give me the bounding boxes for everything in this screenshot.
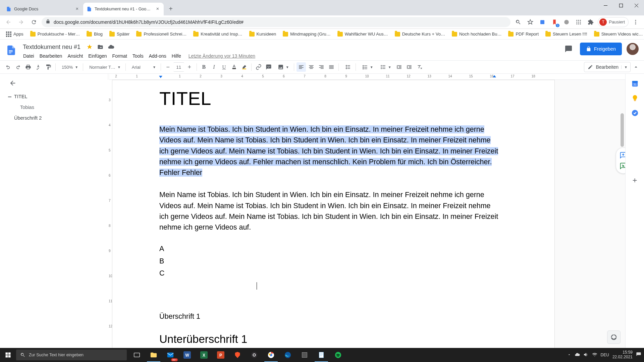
taskbar-app-explorer[interactable]: [146, 348, 162, 362]
list-item[interactable]: A: [159, 243, 501, 255]
zoom-select[interactable]: 150%▼: [58, 62, 80, 72]
explore-button[interactable]: [607, 330, 621, 344]
menu-tools[interactable]: Tools: [130, 52, 146, 60]
add-addon-button[interactable]: +: [628, 174, 642, 187]
insert-link-button[interactable]: [254, 62, 263, 72]
undo-button[interactable]: [3, 62, 13, 72]
comments-button[interactable]: [562, 42, 575, 56]
paragraph[interactable]: Mein Name ist Tobias. Ich bin Student in…: [159, 189, 501, 233]
bookmark-star-icon[interactable]: [525, 17, 535, 27]
document-title-input[interactable]: Textdokument neu #1: [21, 43, 83, 51]
font-size-increase-button[interactable]: +: [185, 62, 194, 72]
menu-ansicht[interactable]: Ansicht: [65, 52, 85, 60]
outline-item[interactable]: Tobias: [8, 102, 103, 113]
tasks-addon-icon[interactable]: [631, 109, 639, 117]
checklist-button[interactable]: ▼: [358, 62, 376, 72]
redo-button[interactable]: [13, 62, 23, 72]
underline-button[interactable]: U: [219, 62, 229, 72]
left-indent-marker[interactable]: [159, 76, 162, 78]
bookmark-item[interactable]: Professionell Schrei…: [133, 29, 189, 39]
bulleted-list-button[interactable]: ▼: [376, 62, 394, 72]
tray-wifi-icon[interactable]: [592, 352, 597, 358]
chrome-menu-button[interactable]: [631, 17, 641, 27]
bold-button[interactable]: B: [199, 62, 209, 72]
insert-image-button[interactable]: ▼: [274, 62, 291, 72]
bookmark-item[interactable]: Deutsche Kurs + Vo…: [392, 29, 448, 39]
extension-icon[interactable]: [537, 17, 547, 27]
nav-forward-button[interactable]: [16, 17, 26, 27]
bookmark-item[interactable]: Kursideen: [247, 29, 279, 39]
paragraph-style-select[interactable]: Normaler T…▼: [86, 62, 123, 72]
taskbar-app-spotify[interactable]: [330, 348, 346, 362]
profile-button[interactable]: T Pausiert: [598, 17, 629, 27]
menu-einfuegen[interactable]: Einfügen: [86, 52, 109, 60]
taskbar-app-word[interactable]: W: [179, 348, 195, 362]
taskbar-app-obs[interactable]: [246, 348, 262, 362]
bookmark-item[interactable]: Mindmapping (Gru…: [280, 29, 333, 39]
taskbar-app-chrome[interactable]: [263, 348, 279, 362]
tray-notifications-icon[interactable]: [636, 352, 641, 358]
taskbar-app-edge[interactable]: [280, 348, 296, 362]
docs-home-button[interactable]: [4, 44, 17, 57]
tray-volume-icon[interactable]: [583, 352, 589, 358]
document-page[interactable]: TITEL Mein Name ist Tobias. Ich bin Stud…: [112, 80, 555, 348]
nav-reload-button[interactable]: [29, 17, 39, 27]
account-avatar[interactable]: [627, 43, 639, 55]
align-center-button[interactable]: [307, 62, 316, 72]
taskbar-app-powerpoint[interactable]: P: [213, 348, 229, 362]
browser-tab[interactable]: Google Docs ×: [3, 3, 83, 15]
extension-icon[interactable]: 0: [549, 17, 559, 27]
bookmark-item[interactable]: Blog: [84, 29, 105, 39]
bookmark-item[interactable]: Noch hochladen Bu…: [449, 29, 504, 39]
highlight-color-button[interactable]: [239, 62, 249, 72]
zoom-icon[interactable]: [513, 17, 523, 27]
tray-language[interactable]: DEU: [601, 353, 609, 357]
list-item[interactable]: B: [159, 255, 501, 267]
doc-heading-title[interactable]: TITEL: [159, 87, 501, 109]
align-right-button[interactable]: [317, 62, 326, 72]
extensions-puzzle-icon[interactable]: [586, 17, 596, 27]
clear-formatting-button[interactable]: [415, 62, 424, 72]
line-spacing-button[interactable]: [341, 62, 353, 72]
taskbar-app-brave[interactable]: [229, 348, 246, 362]
bookmark-item[interactable]: Steuern Lesen !!!!: [543, 29, 590, 39]
keep-addon-icon[interactable]: [631, 95, 639, 102]
bookmark-item[interactable]: Produktsuche - Mer…: [28, 29, 83, 39]
bookmark-item[interactable]: Kreativität und Insp…: [191, 29, 245, 39]
menu-format[interactable]: Format: [110, 52, 129, 60]
font-size-decrease-button[interactable]: −: [163, 62, 173, 72]
start-button[interactable]: [0, 348, 16, 362]
menu-addons[interactable]: Add-ons: [147, 52, 169, 60]
move-icon[interactable]: [97, 43, 104, 51]
tray-chevron-up-icon[interactable]: [567, 353, 571, 358]
window-close-button[interactable]: [629, 0, 644, 11]
taskbar-app-notepad[interactable]: [313, 348, 329, 362]
taskbar-search-input[interactable]: Zur Suche Text hier eingeben: [16, 350, 127, 360]
bookmark-item[interactable]: Wahlfächer WU Aus…: [335, 29, 391, 39]
text-color-button[interactable]: [229, 62, 239, 72]
nav-back-button[interactable]: [3, 17, 13, 27]
extension-icon[interactable]: [574, 17, 584, 27]
menu-datei[interactable]: Datei: [21, 52, 37, 60]
window-maximize-button[interactable]: [613, 0, 629, 11]
outline-close-button[interactable]: [8, 78, 17, 88]
font-family-select[interactable]: Arial▼: [128, 62, 158, 72]
task-view-button[interactable]: [129, 348, 145, 362]
bookmark-item[interactable]: Steuern Videos wic…: [591, 29, 644, 39]
outline-item[interactable]: TITEL: [8, 91, 103, 102]
heading-text[interactable]: Überschrift 1: [159, 312, 501, 321]
tab-close-icon[interactable]: ×: [74, 6, 80, 12]
extension-icon[interactable]: [561, 17, 572, 27]
outline-item[interactable]: Überschrift 2: [8, 113, 103, 123]
taskbar-app-excel[interactable]: X: [196, 348, 212, 362]
browser-tab-active[interactable]: Textdokument neu #1 - Google Docs ×: [83, 3, 164, 15]
new-tab-button[interactable]: +: [166, 4, 176, 14]
list-item[interactable]: C: [159, 267, 501, 280]
italic-button[interactable]: I: [209, 62, 219, 72]
subheading-text[interactable]: Unterüberschrift 1: [159, 333, 501, 346]
spellcheck-button[interactable]: [34, 62, 43, 72]
collapse-toolbar-button[interactable]: [631, 62, 641, 72]
window-minimize-button[interactable]: [598, 0, 613, 11]
vertical-scrollbar[interactable]: [620, 113, 625, 328]
font-size-input[interactable]: 11: [173, 62, 184, 72]
